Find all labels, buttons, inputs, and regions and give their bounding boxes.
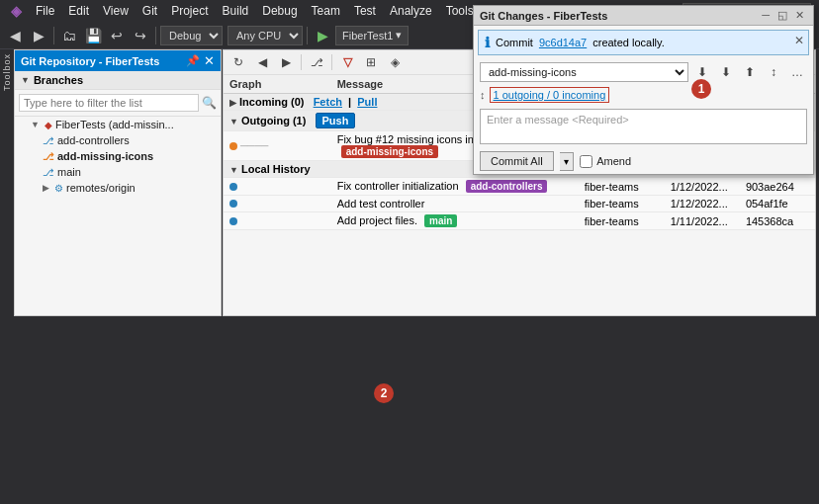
incoming-expand-icon[interactable]: ▶ — [229, 98, 236, 108]
graph-node — [229, 200, 237, 208]
menu-team[interactable]: Team — [306, 2, 346, 20]
gc-more-icon[interactable]: … — [787, 62, 807, 82]
date-cell-local-3: 1/11/2022... — [665, 212, 740, 230]
branch-item-remotes-origin[interactable]: ▶ ⚙ remotes/origin — [15, 180, 221, 196]
amend-checkbox[interactable] — [580, 155, 592, 168]
project-selector[interactable]: FiberTest1 ▾ — [335, 26, 409, 45]
graph-node — [229, 217, 237, 225]
history-filter-btn[interactable]: ▽ — [336, 52, 358, 72]
toolbar-undo[interactable]: ↩ — [106, 25, 128, 46]
branches-header: ▼ Branches — [15, 71, 221, 90]
badge1-label: 1 — [698, 82, 705, 96]
gc-fetch-indicator: ↕ — [480, 89, 486, 101]
gc-info-close-icon[interactable]: ✕ — [794, 34, 804, 47]
amend-label: Amend — [596, 155, 631, 167]
menu-file[interactable]: File — [30, 2, 60, 20]
menu-project[interactable]: Project — [165, 2, 214, 20]
commit-all-button[interactable]: Commit AlI — [480, 151, 554, 171]
branch-item-add-controllers[interactable]: ⎇ add-controllers — [15, 132, 221, 148]
table-row: Fix controller initialization add-contro… — [224, 178, 815, 196]
branch-filter-input[interactable] — [19, 94, 199, 112]
toolbar-go-back[interactable]: ▶ — [28, 25, 49, 46]
gc-commit-link[interactable]: 9c6d14a7 — [539, 37, 587, 48]
branch-add-missing-icons-label: add-missing-icons — [57, 150, 153, 162]
commit-message: Add project files. — [337, 214, 417, 226]
info-icon: ℹ — [485, 35, 490, 50]
remote-icon: ⚙ — [54, 183, 63, 194]
circle-badge-2-container: 2 — [374, 383, 394, 403]
menu-build[interactable]: Build — [217, 2, 255, 20]
incoming-label: Incoming (0) — [239, 96, 304, 108]
gc-close-icon[interactable]: ✕ — [792, 9, 807, 22]
author-cell-local-2: fiber-teams — [579, 196, 665, 212]
git-changes-info-bar: ℹ Commit 9c6d14a7 created locally. ✕ — [478, 30, 809, 55]
search-icon: 🔍 — [202, 96, 217, 110]
gc-message-placeholder: Enter a message <Required> — [487, 114, 629, 126]
gc-push-icon[interactable]: ⬆ — [740, 62, 760, 82]
history-branch-btn[interactable]: ⎇ — [306, 52, 327, 72]
toolbar-solution-explorer[interactable]: 🗂 — [58, 25, 80, 46]
toolbar-go-forward[interactable]: ◀ — [4, 25, 26, 46]
table-row: Add project files. main fiber-teams 1/11… — [224, 212, 815, 230]
platform-dropdown[interactable]: Any CPU — [228, 26, 303, 45]
fetch-link[interactable]: Fetch — [314, 96, 342, 108]
graph-cell-local-3 — [224, 212, 331, 230]
branch-item-add-missing-icons[interactable]: ⎇ add-missing-icons — [15, 148, 221, 164]
commit-message: Fix bug #12 missing icons in... — [337, 133, 483, 145]
expand-arrow[interactable]: ▼ — [21, 75, 30, 85]
menu-edit[interactable]: Edit — [62, 2, 95, 20]
graph-line — [229, 183, 237, 191]
gc-pull-icon[interactable]: ⬇ — [716, 62, 736, 82]
history-forward-btn[interactable]: ▶ — [275, 52, 297, 72]
gc-undock-icon[interactable]: ◱ — [774, 9, 790, 22]
outgoing-expand-icon[interactable]: ▼ — [229, 117, 238, 126]
menu-git[interactable]: Git — [136, 2, 163, 20]
config-dropdown[interactable]: Debug — [160, 26, 223, 45]
gc-commit-row: Commit AlI ▾ Amend — [474, 148, 813, 174]
branch-select[interactable]: add-missing-icons — [480, 62, 688, 82]
branch-item-fibertests[interactable]: ▼ ◆ FiberTests (add-missin... — [15, 117, 221, 132]
branch-active-icon: ⎇ — [43, 151, 54, 162]
commit-message: Add test controller — [337, 198, 425, 210]
tag-badge-add-controllers: add-controllers — [466, 180, 548, 193]
toolbox-label: Toolbox — [2, 53, 12, 91]
tree-expand-icon[interactable]: ▼ — [31, 120, 40, 129]
gc-sync-icon[interactable]: ↕ — [764, 62, 783, 82]
toolbar-redo[interactable]: ↪ — [130, 25, 151, 46]
toolbar-save-all[interactable]: 💾 — [82, 25, 104, 46]
graph-line — [229, 217, 237, 225]
hist-separator-2 — [331, 54, 332, 70]
remotes-expand-icon[interactable]: ▶ — [43, 183, 49, 193]
git-repo-pin-icon[interactable]: 📌 — [186, 54, 200, 67]
pull-link[interactable]: Pull — [357, 96, 377, 108]
gc-minimize-icon[interactable]: ─ — [759, 9, 773, 22]
branch-icon: ⎇ — [43, 135, 54, 146]
message-cell-local-2: Add test controller — [331, 196, 579, 212]
menu-test[interactable]: Test — [348, 2, 382, 20]
gc-outgoing-row: ↕ 1 outgoing / 0 incoming 1 — [474, 85, 813, 105]
gc-outgoing-link[interactable]: 1 outgoing / 0 incoming — [490, 87, 610, 103]
menu-view[interactable]: View — [97, 2, 135, 20]
branch-item-main[interactable]: ⎇ main — [15, 164, 221, 180]
gc-message-area[interactable]: Enter a message <Required> — [480, 109, 807, 144]
vs-logo-icon: ◈ — [8, 3, 24, 19]
graph-cell-outgoing-1: ──── — [224, 131, 331, 161]
table-row: Add test controller fiber-teams 1/12/202… — [224, 196, 815, 212]
graph-node — [229, 183, 237, 191]
history-refresh-btn[interactable]: ↻ — [228, 52, 249, 72]
commit-dropdown-button[interactable]: ▾ — [560, 152, 574, 171]
branches-label: Branches — [34, 74, 83, 86]
git-repo-close-icon[interactable]: ✕ — [204, 53, 215, 68]
history-view-btn[interactable]: ⊞ — [360, 52, 382, 72]
local-history-expand-icon[interactable]: ▼ — [229, 165, 238, 175]
repo-icon: ◆ — [45, 120, 52, 130]
gc-amend-row: Amend — [580, 155, 631, 168]
toolbox-sidebar: Toolbox — [0, 49, 14, 316]
menu-analyze[interactable]: Analyze — [384, 2, 438, 20]
commit-message: Fix controller initialization — [337, 180, 459, 192]
history-back-btn[interactable]: ◀ — [251, 52, 273, 72]
history-settings-btn[interactable]: ◈ — [384, 52, 406, 72]
menu-debug[interactable]: Debug — [256, 2, 303, 20]
push-button[interactable]: Push — [316, 113, 356, 128]
run-button[interactable]: ▶ — [312, 25, 333, 46]
